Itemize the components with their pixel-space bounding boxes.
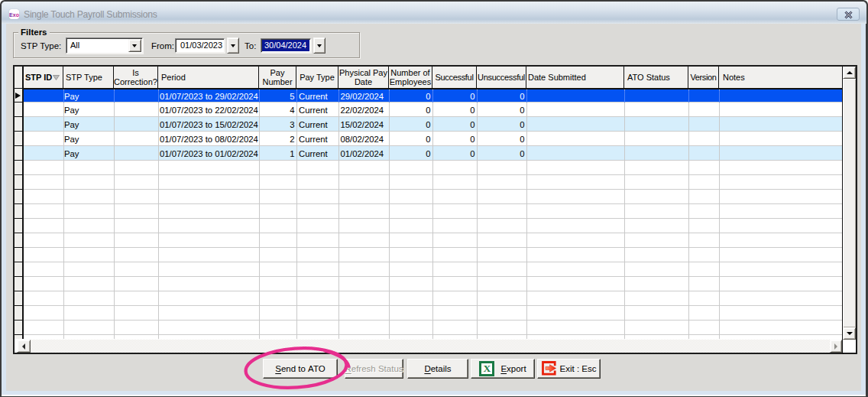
- svg-text:Exo: Exo: [9, 12, 19, 18]
